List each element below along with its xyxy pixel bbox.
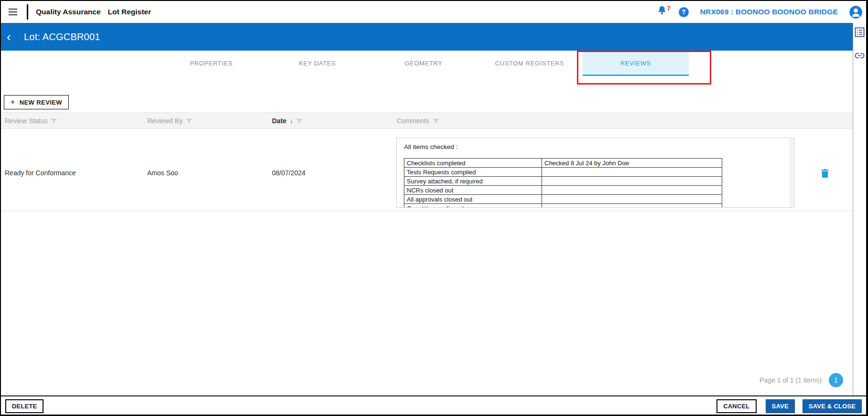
grid-header-row: Review Status Reviewd By Date ↓ Comments (1, 112, 853, 129)
cell-date: 08/07/2024 (272, 169, 305, 177)
table-row[interactable]: Ready for Conformance Amos Soo 08/07/202… (1, 129, 853, 211)
delete-button[interactable]: DELETE (5, 399, 43, 413)
app-window: Quality Assurance Lot Register 7 ? NRX06… (0, 0, 868, 416)
filter-icon[interactable] (186, 118, 192, 123)
delete-row-button[interactable] (821, 169, 830, 178)
lot-header-bar: ‹ Lot: ACGCBR001 (1, 23, 853, 51)
checklist-row: Quantities confirmed (404, 204, 722, 208)
filter-icon[interactable] (296, 118, 303, 123)
comments-intro: All items checked : (404, 143, 794, 150)
checklist-row: All approvals closed out (404, 195, 722, 204)
sort-desc-icon: ↓ (290, 117, 293, 125)
tab-geometry[interactable]: GEOMETRY (370, 52, 477, 75)
avatar-icon (849, 6, 862, 19)
right-side-panel (853, 23, 866, 395)
page-summary: Page 1 of 1 (1 items) (760, 376, 822, 384)
comments-scrollbar[interactable] (790, 138, 794, 207)
app-title: Quality Assurance (36, 8, 101, 16)
column-header-review-status[interactable]: Review Status (5, 113, 57, 128)
pagination: Page 1 of 1 (1 items) 1 (1, 373, 843, 388)
form-panel-button[interactable] (855, 27, 865, 37)
notification-badge: 7 (667, 5, 671, 12)
help-icon: ? (682, 8, 686, 16)
footer-bar: DELETE CANCEL SAVE SAVE & CLOSE (1, 395, 866, 416)
menu-icon[interactable] (6, 5, 20, 19)
link-panel-icon (855, 53, 865, 59)
column-header-comments[interactable]: Comments (397, 113, 439, 128)
checklist-row: Survey attached, if required (404, 177, 722, 186)
column-header-reviewed-by[interactable]: Reviewd By (147, 113, 192, 128)
filter-icon[interactable] (433, 118, 439, 123)
checklist-table: Checklists completed Checked 8 Jul 24 by… (404, 158, 722, 208)
column-header-date[interactable]: Date ↓ (272, 113, 303, 128)
module-title: Lot Register (108, 8, 151, 16)
checklist-row: Tests Requests complied (404, 168, 722, 177)
trash-icon (821, 169, 829, 178)
comments-cell: All items checked : Checklists completed… (396, 138, 794, 208)
tab-custom-registers[interactable]: CUSTOM REGISTERS (477, 52, 583, 75)
notifications-button[interactable]: 7 (658, 7, 667, 17)
tab-reviews[interactable]: REVIEWS (583, 52, 689, 75)
save-button[interactable]: SAVE (766, 399, 795, 413)
new-review-button[interactable]: + NEW REVIEW (4, 95, 69, 109)
tab-strip: PROPERTIES KEY DATES GEOMETRY CUSTOM REG… (1, 51, 853, 87)
back-button[interactable]: ‹ (7, 31, 19, 43)
user-avatar-button[interactable] (849, 6, 862, 19)
cell-review-status: Ready for Conformance (5, 169, 76, 177)
checklist-row: NCRs closed out (404, 186, 722, 195)
tab-properties[interactable]: PROPERTIES (158, 52, 264, 75)
tab-key-dates[interactable]: KEY DATES (264, 52, 370, 75)
lot-title: Lot: ACGCBR001 (24, 32, 100, 43)
project-name[interactable]: NRX069 : BOONOO BOONOO BRIDGE (700, 8, 838, 16)
filter-icon[interactable] (51, 118, 57, 123)
link-panel-button[interactable] (855, 50, 865, 61)
bell-icon (658, 6, 666, 17)
top-bar: Quality Assurance Lot Register 7 ? NRX06… (1, 1, 866, 23)
page-1-button[interactable]: 1 (829, 373, 843, 387)
form-panel-icon (855, 27, 865, 37)
help-button[interactable]: ? (679, 7, 689, 17)
checklist-row: Checklists completed Checked 8 Jul 24 by… (404, 159, 722, 168)
plus-icon: + (11, 98, 15, 107)
cell-reviewed-by: Amos Soo (147, 169, 178, 177)
save-and-close-button[interactable]: SAVE & CLOSE (803, 399, 862, 413)
cancel-button[interactable]: CANCEL (716, 399, 756, 413)
topbar-divider (27, 4, 28, 20)
